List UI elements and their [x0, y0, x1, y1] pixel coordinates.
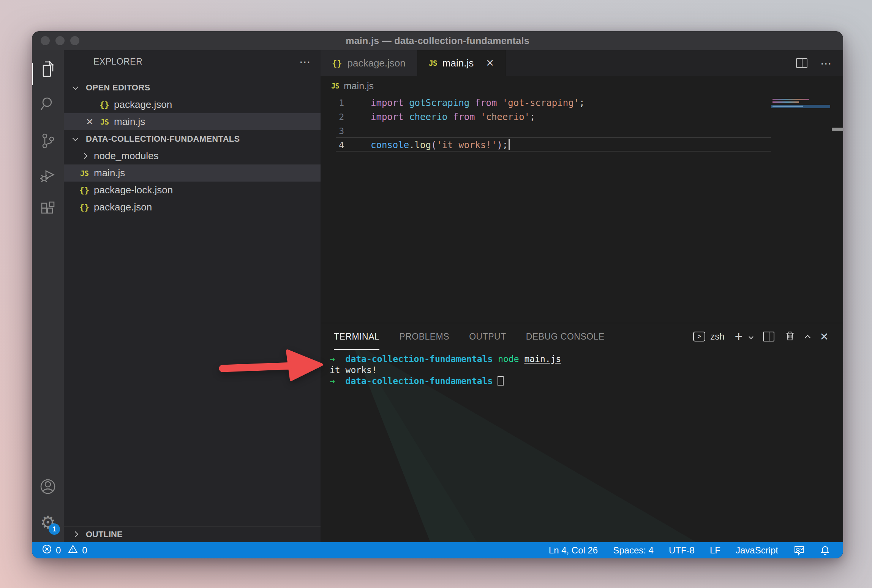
js-file-icon: JS — [429, 58, 437, 68]
json-braces-icon: {} — [332, 58, 342, 68]
close-window-button[interactable] — [41, 36, 50, 45]
terminal-line: → data-collection-fundamentals — [330, 375, 561, 386]
js-file-icon: JS — [79, 169, 90, 178]
code-lines: 1import gotScraping from 'got-scraping';… — [321, 96, 843, 152]
zoom-window-button[interactable] — [70, 36, 79, 45]
tab-problems[interactable]: PROBLEMS — [399, 323, 449, 350]
terminal-icon: > — [693, 332, 705, 341]
terminal-panel: TERMINAL PROBLEMS OUTPUT DEBUG CONSOLE >… — [321, 323, 843, 542]
warning-icon — [68, 544, 78, 556]
tree-item-package-lock-json[interactable]: {} package-lock.json — [64, 182, 321, 199]
open-editor-main-js[interactable]: ✕ JS main.js — [64, 113, 321, 130]
section-workspace-folder[interactable]: DATA-COLLECTION-FUNDAMENTALS — [64, 130, 321, 147]
terminal-output[interactable]: → data-collection-fundamentals node main… — [330, 353, 561, 386]
settings-button[interactable]: ⚙ 1 — [32, 505, 64, 539]
minimize-window-button[interactable] — [55, 36, 65, 45]
explorer-tree: OPEN EDITORS {} package.json ✕ JS main.j… — [64, 79, 321, 216]
traffic-lights — [41, 36, 79, 45]
account-button[interactable] — [32, 470, 64, 504]
cursor-position[interactable]: Ln 4, Col 26 — [549, 545, 598, 556]
feedback-icon[interactable] — [793, 545, 805, 556]
tab-package-json[interactable]: {} package.json — [321, 50, 417, 76]
open-editor-package-json[interactable]: {} package.json — [64, 96, 321, 113]
section-outline[interactable]: OUTLINE — [64, 526, 321, 542]
tab-main-js[interactable]: JS main.js ✕ — [417, 50, 506, 76]
source-control-icon — [39, 132, 56, 151]
chevron-right-icon — [72, 531, 78, 537]
titlebar: main.js — data-collection-fundamentals — [32, 31, 843, 50]
code-line: 2import cheerio from 'cheerio'; — [321, 110, 843, 124]
new-terminal-icon[interactable]: + — [735, 330, 743, 343]
run-debug-icon — [39, 166, 57, 185]
editor-scrollbar[interactable] — [832, 96, 843, 323]
sidebar-item-explorer[interactable] — [32, 52, 64, 87]
close-panel-icon[interactable]: ✕ — [820, 330, 829, 343]
account-icon — [39, 478, 57, 497]
sidebar-item-source-control[interactable] — [32, 125, 64, 159]
close-tab-icon[interactable]: ✕ — [486, 57, 494, 69]
panel-header: TERMINAL PROBLEMS OUTPUT DEBUG CONSOLE >… — [321, 323, 843, 350]
files-icon — [39, 60, 56, 79]
close-icon[interactable]: ✕ — [84, 117, 95, 127]
chevron-right-icon — [81, 153, 87, 159]
js-file-icon: JS — [331, 82, 339, 90]
sidebar-item-extensions[interactable] — [32, 193, 64, 227]
window-title: main.js — data-collection-fundamentals — [32, 35, 843, 46]
text-cursor — [509, 139, 510, 150]
encoding[interactable]: UTF-8 — [669, 545, 695, 556]
terminal-line: it works! — [330, 364, 561, 375]
json-braces-icon: {} — [79, 202, 90, 212]
eol-sequence[interactable]: LF — [710, 545, 720, 556]
split-terminal-icon[interactable] — [763, 332, 774, 341]
language-mode[interactable]: JavaScript — [736, 545, 778, 556]
trash-icon[interactable] — [785, 330, 795, 343]
minimap[interactable] — [771, 96, 832, 323]
code-line: 1import gotScraping from 'got-scraping'; — [321, 96, 843, 110]
code-line: 3 — [321, 124, 843, 138]
status-bar: 0 0 Ln 4, Col 26 Spaces: 4 UTF-8 LF Java… — [32, 542, 843, 558]
indentation[interactable]: Spaces: 4 — [613, 545, 654, 556]
bell-icon[interactable] — [820, 545, 830, 556]
explorer-sidebar: EXPLORER ⋯ OPEN EDITORS {} package.json … — [64, 50, 321, 542]
terminal-line: → data-collection-fundamentals node main… — [330, 353, 561, 364]
sidebar-header: EXPLORER ⋯ — [64, 50, 321, 73]
section-open-editors[interactable]: OPEN EDITORS — [64, 79, 321, 96]
search-icon — [39, 95, 56, 114]
scroll-position-marker — [832, 128, 843, 131]
tree-item-package-json[interactable]: {} package.json — [64, 199, 321, 216]
chevron-down-icon — [72, 135, 78, 141]
chevron-down-icon — [72, 84, 78, 90]
settings-badge: 1 — [49, 523, 60, 535]
sidebar-item-run-debug[interactable] — [32, 159, 64, 193]
chevron-down-icon[interactable] — [749, 334, 754, 339]
code-line: 4console.log('it works!'); — [321, 138, 843, 152]
tab-output[interactable]: OUTPUT — [469, 323, 506, 350]
json-braces-icon: {} — [79, 185, 90, 195]
js-file-icon: JS — [99, 117, 110, 126]
error-icon — [42, 544, 52, 556]
split-editor-icon[interactable] — [796, 58, 807, 68]
breadcrumb[interactable]: JS main.js — [321, 76, 843, 96]
shell-name[interactable]: zsh — [710, 331, 724, 342]
json-braces-icon: {} — [99, 100, 110, 109]
terminal-cursor — [498, 376, 504, 386]
maximize-panel-icon[interactable] — [804, 335, 810, 341]
sidebar-item-search[interactable] — [32, 87, 64, 122]
tree-item-main-js[interactable]: JS main.js — [64, 164, 321, 182]
editor-actions: ⋯ — [796, 50, 843, 76]
more-actions-icon[interactable]: ⋯ — [299, 55, 311, 68]
vscode-window: main.js — data-collection-fundamentals — [32, 31, 843, 558]
code-editor[interactable]: 1import gotScraping from 'got-scraping';… — [321, 96, 843, 323]
more-actions-icon[interactable]: ⋯ — [820, 57, 833, 70]
editor-tabstrip: {} package.json JS main.js ✕ ⋯ — [321, 50, 843, 76]
active-view-indicator — [32, 63, 33, 85]
tree-item-node-modules[interactable]: node_modules — [64, 147, 321, 164]
problems-status[interactable]: 0 0 — [42, 544, 87, 556]
tab-terminal[interactable]: TERMINAL — [334, 323, 379, 350]
activity-bar: ⚙ 1 — [32, 50, 64, 542]
extensions-icon — [39, 201, 56, 219]
sidebar-title: EXPLORER — [93, 57, 142, 67]
tab-debug-console[interactable]: DEBUG CONSOLE — [526, 323, 605, 350]
